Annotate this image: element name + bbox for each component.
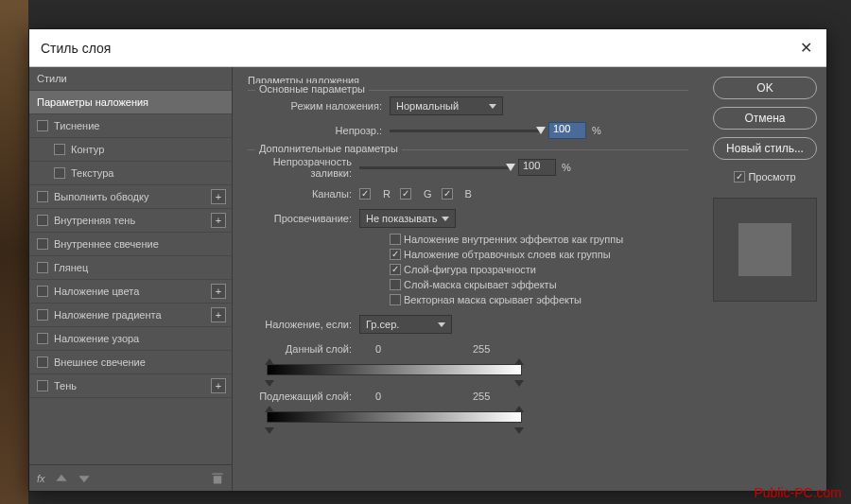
opacity-input[interactable]: 100 — [548, 122, 586, 139]
blend-mode-label: Режим наложения: — [248, 100, 390, 112]
arrow-down-icon[interactable] — [78, 472, 91, 485]
channel-b-checkbox[interactable] — [442, 188, 453, 200]
layer-style-dialog: Стиль слоя ✕ Стили Параметры наложения Т… — [28, 28, 827, 492]
effect-checkbox[interactable] — [37, 356, 48, 368]
sidebar-item-11[interactable]: Тень+ — [29, 374, 232, 398]
sidebar-item-3[interactable]: Выполнить обводку+ — [29, 185, 232, 209]
opt2-checkbox[interactable] — [390, 249, 401, 260]
opacity-slider[interactable] — [390, 130, 541, 132]
sidebar-item-1[interactable]: Контур — [29, 138, 232, 162]
this-layer-gradient[interactable] — [267, 364, 522, 381]
add-effect-icon[interactable]: + — [211, 213, 226, 228]
sidebar-item-0[interactable]: Тиснение — [29, 114, 232, 138]
sidebar-item-6[interactable]: Глянец — [29, 256, 232, 280]
add-effect-icon[interactable]: + — [211, 307, 226, 322]
fill-opacity-label: Непрозрачность заливки: — [248, 156, 359, 179]
effect-checkbox[interactable] — [37, 120, 48, 131]
cancel-button[interactable]: Отмена — [713, 107, 817, 130]
sidebar-item-8[interactable]: Наложение градиента+ — [29, 304, 232, 327]
effect-checkbox[interactable] — [54, 167, 65, 179]
preview-swatch-container — [713, 198, 817, 302]
channel-r-checkbox[interactable] — [359, 188, 371, 200]
sidebar-header-styles[interactable]: Стили — [29, 67, 232, 91]
blendif-dropdown[interactable]: Гр.сер. — [359, 315, 452, 334]
knockout-label: Просвечивание: — [248, 213, 359, 224]
fill-opacity-input[interactable]: 100 — [518, 159, 556, 176]
fill-opacity-slider[interactable] — [359, 166, 511, 169]
watermark: Public-PC.com — [754, 485, 842, 500]
blending-options-panel: Параметры наложения Основные параметры Р… — [233, 67, 703, 491]
effect-checkbox[interactable] — [37, 215, 48, 226]
sidebar-item-4[interactable]: Внутренняя тень+ — [29, 209, 232, 233]
add-effect-icon[interactable]: + — [211, 284, 226, 299]
knockout-dropdown[interactable]: Не показывать — [359, 209, 456, 228]
opt5-checkbox[interactable] — [390, 294, 401, 305]
blend-mode-dropdown[interactable]: Нормальный — [390, 96, 503, 115]
channel-g-checkbox[interactable] — [400, 188, 411, 200]
add-effect-icon[interactable]: + — [211, 378, 226, 393]
effect-checkbox[interactable] — [37, 286, 48, 297]
effect-checkbox[interactable] — [37, 333, 48, 344]
arrow-up-icon[interactable] — [55, 472, 68, 485]
dialog-buttons-panel: OK Отмена Новый стиль... Просмотр — [703, 67, 826, 491]
add-effect-icon[interactable]: + — [211, 189, 226, 204]
effect-checkbox[interactable] — [37, 262, 48, 273]
effects-sidebar: Стили Параметры наложения ТиснениеКонтур… — [29, 67, 233, 491]
effect-checkbox[interactable] — [37, 191, 48, 202]
close-icon[interactable]: ✕ — [796, 39, 815, 57]
effect-checkbox[interactable] — [37, 380, 48, 391]
dialog-title: Стиль слоя — [41, 41, 111, 56]
opt4-checkbox[interactable] — [390, 279, 401, 290]
sidebar-item-5[interactable]: Внутреннее свечение — [29, 233, 232, 256]
sidebar-item-7[interactable]: Наложение цвета+ — [29, 280, 232, 304]
under-layer-label: Подлежащий слой: — [248, 391, 359, 402]
preview-checkbox[interactable] — [734, 171, 745, 182]
basic-params-fieldset: Основные параметры Режим наложения: Норм… — [248, 90, 688, 140]
effect-checkbox[interactable] — [37, 238, 48, 250]
opt3-checkbox[interactable] — [390, 264, 401, 275]
opacity-label: Непрозр.: — [248, 125, 390, 136]
fx-icon[interactable]: fx — [37, 473, 45, 484]
under-layer-gradient[interactable] — [267, 411, 522, 428]
sidebar-item-9[interactable]: Наложение узора — [29, 327, 232, 351]
sidebar-item-10[interactable]: Внешнее свечение — [29, 351, 232, 374]
opt1-checkbox[interactable] — [390, 234, 401, 245]
new-style-button[interactable]: Новый стиль... — [713, 137, 817, 160]
blendif-label: Наложение, если: — [248, 319, 359, 330]
preview-swatch — [738, 223, 791, 276]
effect-checkbox[interactable] — [37, 309, 48, 321]
channels-label: Каналы: — [248, 188, 359, 200]
titlebar: Стиль слоя ✕ — [29, 29, 826, 67]
advanced-params-fieldset: Дополнительные параметры Непрозрачность … — [248, 149, 688, 305]
trash-icon[interactable] — [211, 472, 224, 485]
sidebar-footer: fx — [29, 464, 232, 491]
effect-checkbox[interactable] — [54, 144, 65, 155]
this-layer-label: Данный слой: — [248, 343, 359, 355]
sidebar-item-2[interactable]: Текстура — [29, 162, 232, 185]
ok-button[interactable]: OK — [713, 77, 817, 99]
sidebar-item-blending-options[interactable]: Параметры наложения — [29, 91, 232, 114]
